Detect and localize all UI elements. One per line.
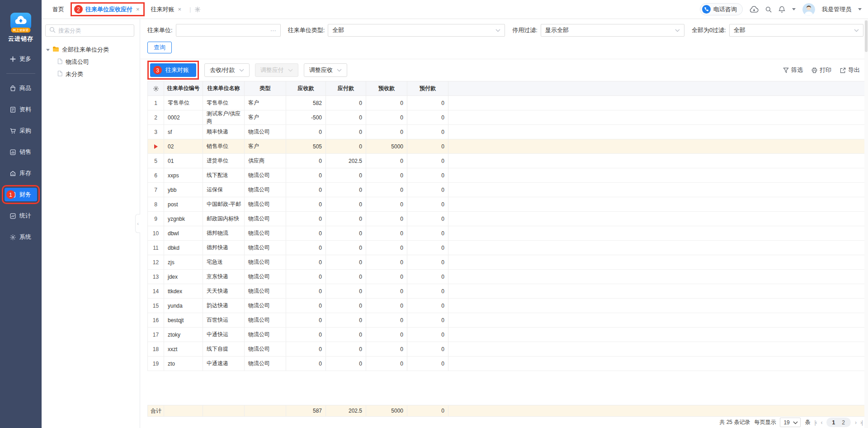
tree-child-1[interactable]: 未分类 bbox=[42, 68, 140, 80]
zero-filter-select[interactable]: 全部 bbox=[729, 24, 863, 37]
query-button[interactable]: 查询 bbox=[147, 42, 172, 53]
print-tool-button[interactable]: 打印 bbox=[811, 66, 831, 74]
user-caret-icon[interactable] bbox=[858, 8, 862, 10]
column-header-6[interactable]: 预收款 bbox=[366, 81, 407, 95]
table-row[interactable]: 18 xxzt 线下自提 物流公司 0 0 0 0 bbox=[147, 342, 868, 357]
search-icon[interactable] bbox=[765, 6, 772, 13]
table-row[interactable]: 16 bestqjt 百世快运 物流公司 0 0 0 0 bbox=[147, 313, 868, 328]
scrollbar-thumb[interactable] bbox=[865, 20, 868, 52]
sidebar-item-sales[interactable]: 销售 bbox=[5, 145, 37, 159]
column-header-7[interactable]: 预付款 bbox=[407, 81, 448, 95]
cell-prepaid-paid: 0 bbox=[407, 284, 448, 298]
tab-label: 往来单位应收应付 bbox=[85, 5, 132, 14]
close-icon[interactable]: × bbox=[136, 6, 140, 12]
table-row[interactable]: 1 零售单位 零售单位 客户 582 0 0 0 bbox=[147, 96, 868, 110]
partner-filter-input[interactable]: ⋯ bbox=[176, 24, 281, 37]
cell-type: 物流公司 bbox=[245, 299, 286, 313]
notification-bell-icon[interactable] bbox=[778, 6, 785, 13]
cell-name: 京东快递 bbox=[203, 270, 245, 284]
page-size-select[interactable]: 19 bbox=[780, 418, 801, 427]
ellipsis-picker-icon[interactable]: ⋯ bbox=[270, 27, 276, 34]
tree-collapse-handle[interactable]: ‹ bbox=[135, 214, 140, 233]
table-row[interactable]: 02 销售单位 客户 505 0 5000 0 bbox=[147, 139, 868, 154]
sidebar-item-inventory[interactable]: 库存 bbox=[5, 166, 37, 180]
tree-root-node[interactable]: 全部往来单位分类 bbox=[42, 44, 140, 56]
disabled-filter-group: 停用过滤: 显示全部 bbox=[512, 24, 684, 37]
adjust-payable-button[interactable]: 调整应付 bbox=[255, 63, 298, 77]
column-header-1[interactable]: 往来单位编号 bbox=[164, 81, 203, 95]
cloud-box-logo-icon bbox=[14, 15, 27, 27]
table-row[interactable]: 10 dbwl 德邦物流 物流公司 0 0 0 0 bbox=[147, 226, 868, 241]
tab-reconciliation[interactable]: 往来对账 × bbox=[146, 4, 186, 15]
annotation-badge: 2 bbox=[74, 5, 83, 14]
column-header-4[interactable]: 应收款 bbox=[286, 81, 326, 95]
adjust-receivable-button[interactable]: 调整应收 bbox=[304, 63, 347, 77]
grid-header-row: 往来单位编号往来单位名称类型应收款应付款预收款预付款 bbox=[147, 81, 868, 96]
sidebar-item-goods[interactable]: 商品 bbox=[5, 81, 37, 95]
sidebar-item-finance[interactable]: 1 财务 bbox=[5, 188, 37, 201]
avatar[interactable] bbox=[802, 3, 815, 16]
table-row[interactable]: 3 sf 顺丰快递 物流公司 0 0 0 0 bbox=[147, 125, 868, 139]
disabled-filter-select[interactable]: 显示全部 bbox=[541, 24, 684, 37]
sidebar-item-system[interactable]: 系统 bbox=[5, 230, 37, 244]
table-row[interactable]: 9 yzgnbk 邮政国内标快 物流公司 0 0 0 0 bbox=[147, 212, 868, 226]
sidebar-item-purchase[interactable]: 采购 bbox=[5, 124, 37, 138]
cell-row-no: 18 bbox=[147, 342, 164, 356]
column-header-5[interactable]: 应付款 bbox=[326, 81, 366, 95]
table-row[interactable]: 7 ybb 运保保 物流公司 0 0 0 0 bbox=[147, 183, 868, 197]
total-code bbox=[164, 405, 203, 416]
row-filler bbox=[448, 168, 868, 182]
cell-row-no: 8 bbox=[147, 197, 164, 211]
tree-expand-caret-icon[interactable] bbox=[46, 49, 50, 51]
cell-type: 客户 bbox=[245, 96, 286, 110]
cell-name: 运保保 bbox=[203, 183, 245, 197]
cell-code: post bbox=[164, 197, 203, 211]
tab-home[interactable]: 首页 bbox=[48, 4, 69, 15]
column-header-3[interactable]: 类型 bbox=[245, 81, 286, 95]
partner-type-select[interactable]: 全部 bbox=[328, 24, 505, 37]
cell-row-no: 17 bbox=[147, 328, 164, 342]
filter-tool-button[interactable]: 筛选 bbox=[783, 66, 803, 74]
cell-payable: 0 bbox=[326, 255, 366, 269]
page-scrollbar[interactable] bbox=[864, 19, 868, 428]
column-header-2[interactable]: 往来单位名称 bbox=[203, 81, 245, 95]
first-page-button[interactable]: |‹ bbox=[814, 419, 816, 426]
table-row[interactable]: 19 zto 中通速递 物流公司 0 0 0 0 bbox=[147, 357, 868, 371]
table-row[interactable]: 11 dbkd 德邦快递 物流公司 0 0 0 0 bbox=[147, 241, 868, 255]
sidebar-item-more[interactable]: 更多 bbox=[5, 52, 37, 66]
table-row[interactable]: 15 yunda 韵达快递 物流公司 0 0 0 0 bbox=[147, 299, 868, 313]
table-row[interactable]: 17 ztoky 中通快运 物流公司 0 0 0 0 bbox=[147, 328, 868, 342]
tree-search-input[interactable] bbox=[58, 28, 130, 34]
next-page-button[interactable]: › bbox=[855, 419, 856, 426]
reconcile-button[interactable]: 3 往来对账 bbox=[150, 63, 196, 77]
close-icon[interactable]: × bbox=[178, 6, 182, 12]
table-row[interactable]: 6 xxps 线下配送 物流公司 0 0 0 0 bbox=[147, 168, 868, 183]
table-row[interactable]: 5 01 进货单位 供应商 0 202.5 0 0 bbox=[147, 154, 868, 168]
page-number-1[interactable]: 1 bbox=[832, 419, 835, 426]
export-tool-button[interactable]: 导出 bbox=[840, 66, 860, 74]
last-page-button[interactable]: ›| bbox=[860, 419, 863, 426]
table-row[interactable]: 12 zjs 宅急送 物流公司 0 0 0 0 bbox=[147, 255, 868, 270]
receive-pay-button[interactable]: 去收/付款 bbox=[204, 63, 250, 77]
phone-support-button[interactable]: 电话咨询 bbox=[700, 3, 743, 15]
tab-partner-balance[interactable]: 2 往来单位应收应付 × bbox=[71, 2, 145, 16]
sidebar-item-label: 更多 bbox=[19, 55, 31, 63]
app-logo[interactable]: 网上管家婆 bbox=[10, 13, 31, 30]
sidebar-item-label: 资料 bbox=[19, 105, 31, 114]
column-settings-gear-icon[interactable] bbox=[147, 81, 164, 95]
username[interactable]: 我是管理员 bbox=[822, 5, 851, 14]
table-row[interactable]: 2 0002 测试客户/供应商 客户 -500 0 0 0 bbox=[147, 110, 868, 125]
cell-payable: 0 bbox=[326, 110, 366, 124]
sidebar-item-data[interactable]: 资料 bbox=[5, 103, 37, 116]
sidebar-item-statistics[interactable]: 统计 bbox=[5, 209, 37, 223]
page-number-2[interactable]: 2 bbox=[842, 419, 845, 426]
table-row[interactable]: 13 jdex 京东快递 物流公司 0 0 0 0 bbox=[147, 270, 868, 284]
cloud-sync-icon[interactable] bbox=[750, 6, 759, 13]
bell-caret-icon[interactable] bbox=[792, 8, 796, 10]
table-row[interactable]: 14 ttkdex 天天快递 物流公司 0 0 0 0 bbox=[147, 284, 868, 299]
printer-icon bbox=[811, 67, 817, 73]
tab-settings-gear-icon[interactable] bbox=[194, 6, 201, 13]
table-row[interactable]: 8 post 中国邮政-平邮 物流公司 0 0 0 0 bbox=[147, 197, 868, 212]
prev-page-button[interactable]: ‹ bbox=[821, 419, 822, 426]
tree-child-0[interactable]: 物流公司 bbox=[42, 56, 140, 68]
